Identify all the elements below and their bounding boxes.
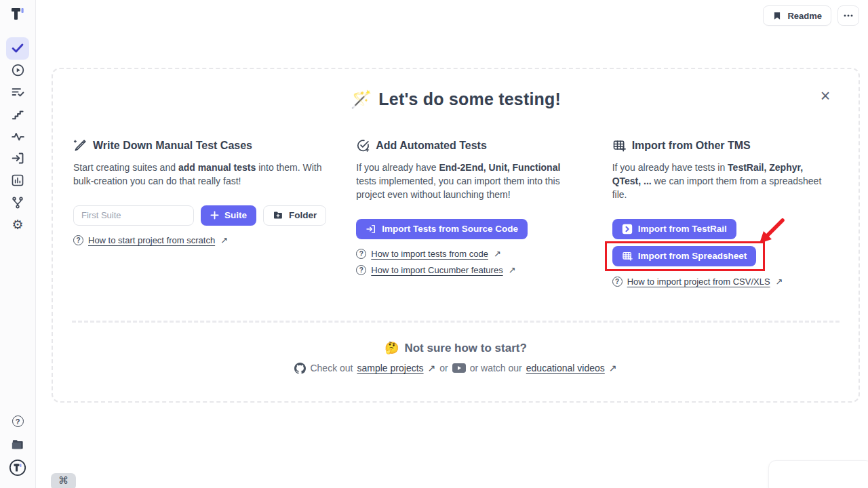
- sidebar-item-help[interactable]: ?: [6, 410, 29, 432]
- how-to-import-csv-link[interactable]: How to import project from CSV/XLS: [627, 277, 770, 287]
- import-source-code-button[interactable]: Import Tests from Source Code: [356, 219, 528, 239]
- help-circle-icon: ?: [356, 265, 366, 275]
- app-logo[interactable]: [9, 6, 26, 22]
- main-content: Readme × 🪄Let's do some testing! Write D…: [36, 0, 868, 488]
- command-palette-button[interactable]: ⌘: [51, 473, 76, 488]
- import-icon: [11, 151, 25, 165]
- how-to-import-cucumber-link[interactable]: How to import Cucumber features: [371, 265, 502, 275]
- column-import-tms: Import from Other TMS If you already hav…: [612, 139, 838, 287]
- import-icon: [366, 224, 376, 235]
- sidebar-item-tests[interactable]: [6, 37, 29, 60]
- card-title: 🪄Let's do some testing!: [53, 89, 859, 109]
- github-icon: [294, 363, 306, 374]
- circle-check-plus-icon: [356, 139, 370, 152]
- sidebar-bottom: ?: [6, 410, 29, 479]
- gear-icon: ⚙: [12, 218, 23, 231]
- pencil-plus-icon: [73, 139, 87, 152]
- footer-links-line: Check out sample projects ↗ or or watch …: [53, 363, 859, 374]
- column2-description: If you already have End-2End, Unit, Func…: [356, 161, 582, 202]
- annotation-red-arrow: [751, 216, 787, 250]
- external-link-icon: ↗: [609, 363, 617, 373]
- tms-buttons: Import from TestRail Import from Spreads…: [612, 202, 838, 287]
- magic-wand-emoji: 🪄: [351, 89, 372, 108]
- sidebar-item-import[interactable]: [6, 148, 29, 170]
- pulse-icon: [11, 129, 25, 144]
- doc-link-import-code: ? How to import tests from code ↗: [356, 249, 582, 259]
- how-to-import-code-link[interactable]: How to import tests from code: [371, 249, 488, 259]
- columns: Write Down Manual Test Cases Start creat…: [53, 139, 859, 287]
- plus-icon: [210, 211, 219, 220]
- educational-videos-link[interactable]: educational videos: [526, 363, 605, 373]
- column1-description: Start creating suites and add manual tes…: [73, 161, 326, 188]
- profile-logo-icon: [9, 459, 26, 476]
- column3-description: If you already have tests in TestRail, Z…: [612, 161, 838, 202]
- sidebar-item-analytics[interactable]: [6, 169, 29, 192]
- import-source-row: Import Tests from Source Code: [356, 219, 582, 239]
- table-plus-icon: [612, 139, 626, 152]
- youtube-icon: [452, 363, 466, 373]
- footer-heading: 🤔Not sure how to start?: [53, 341, 859, 355]
- testrail-icon: [622, 224, 633, 235]
- add-folder-button[interactable]: Folder: [263, 205, 326, 226]
- check-icon: [10, 41, 25, 56]
- close-button[interactable]: ×: [816, 87, 834, 104]
- card-footer: 🤔Not sure how to start? Check out sample…: [53, 341, 859, 374]
- steps-icon: [11, 108, 24, 121]
- external-link-icon: ↗: [494, 249, 501, 259]
- sidebar-item-projects[interactable]: [6, 433, 29, 455]
- ellipsis-icon: [844, 14, 853, 17]
- help-circle-icon: ?: [12, 415, 24, 427]
- add-suite-button[interactable]: Suite: [201, 205, 256, 226]
- column-automated-tests: Add Automated Tests If you already have …: [356, 139, 582, 287]
- column-manual-tests: Write Down Manual Test Cases Start creat…: [73, 139, 326, 287]
- sidebar-nav: ⚙: [6, 37, 29, 236]
- readme-label: Readme: [787, 11, 822, 21]
- sidebar-item-profile[interactable]: [6, 456, 29, 479]
- sidebar-item-pulse[interactable]: [6, 125, 29, 148]
- import-spreadsheet-button[interactable]: Import from Spreadsheet: [612, 246, 757, 266]
- import-testrail-button[interactable]: Import from TestRail: [612, 219, 736, 239]
- sidebar: ⚙ ?: [0, 0, 36, 488]
- sidebar-item-settings[interactable]: ⚙: [6, 214, 29, 236]
- doc-link-scratch: ? How to start project from scratch ↗: [73, 235, 326, 245]
- app-logo-icon: [9, 6, 26, 22]
- dashed-divider: [72, 321, 840, 323]
- play-circle-icon: [11, 63, 25, 77]
- column1-heading: Write Down Manual Test Cases: [73, 139, 326, 152]
- chat-widget-popup[interactable]: [769, 461, 868, 488]
- sidebar-item-plans[interactable]: [6, 81, 29, 104]
- help-circle-icon: ?: [73, 235, 83, 245]
- how-to-start-link[interactable]: How to start project from scratch: [88, 235, 215, 245]
- help-circle-icon: ?: [612, 277, 623, 287]
- help-circle-icon: ?: [356, 249, 366, 259]
- more-options-button[interactable]: [837, 5, 859, 26]
- external-link-icon: ↗: [220, 235, 228, 245]
- thinking-emoji: 🤔: [384, 342, 399, 354]
- doc-link-csv: ? How to import project from CSV/XLS ↗: [612, 277, 783, 287]
- sidebar-item-branches[interactable]: [6, 192, 29, 214]
- folder-icon: [11, 438, 24, 451]
- git-branch-icon: [11, 196, 24, 209]
- external-link-icon: ↗: [428, 363, 436, 373]
- bookmark-icon: [772, 11, 782, 21]
- column2-heading: Add Automated Tests: [356, 139, 582, 152]
- spreadsheet-plus-icon: [622, 251, 633, 262]
- readme-button[interactable]: Readme: [763, 5, 831, 26]
- column3-heading: Import from Other TMS: [612, 139, 838, 152]
- sidebar-item-runs[interactable]: [6, 60, 29, 82]
- sidebar-item-milestones[interactable]: [6, 104, 29, 126]
- first-suite-input[interactable]: [73, 205, 194, 226]
- bar-chart-icon: [11, 174, 24, 187]
- list-check-icon: [11, 85, 25, 100]
- topbar: Readme: [763, 5, 859, 26]
- highlighted-area: Import from Spreadsheet: [612, 246, 757, 266]
- command-icon: ⌘: [58, 474, 68, 487]
- sample-projects-link[interactable]: sample projects: [357, 363, 424, 373]
- external-link-icon: ↗: [509, 265, 516, 275]
- onboarding-card: × 🪄Let's do some testing! Write Down Man…: [52, 68, 860, 403]
- folder-plus-icon: [273, 210, 283, 220]
- doc-link-cucumber: ? How to import Cucumber features ↗: [356, 265, 582, 275]
- suite-create-row: Suite Folder: [73, 205, 326, 226]
- external-link-icon: ↗: [776, 277, 783, 287]
